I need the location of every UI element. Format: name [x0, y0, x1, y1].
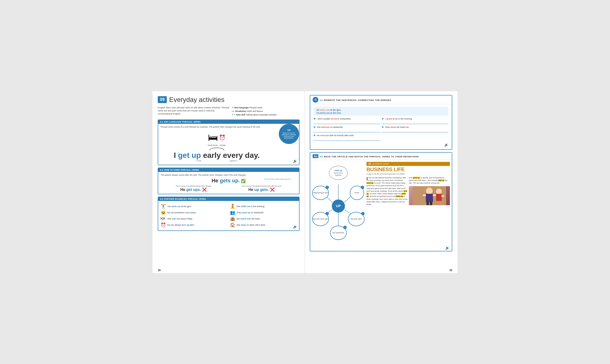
language-info: ✦New language Phrasal verbs AaVocabulary…: [232, 106, 277, 118]
chapter-title: Everyday activities: [169, 96, 224, 104]
phrasal-sentence: I get up early every day.: [161, 151, 273, 159]
highlight-stay-up: stay up: [438, 179, 444, 182]
node-1-arrive: Arrive 1: [350, 186, 364, 200]
article-image: [409, 186, 450, 205]
highlight-meet-up: meet up: [366, 182, 373, 184]
section-93-type: FURTHER EXAMPLES: [164, 198, 187, 200]
svg-point-7: [426, 188, 433, 194]
section-91-type: KEY LANGUAGE: [164, 121, 181, 123]
example-correct: He work outs at the gym. He works out at…: [313, 107, 448, 116]
tip-title: TIP: [287, 129, 290, 131]
new-language-label: New language: [234, 106, 249, 109]
sound-icon-93[interactable]: 🔊: [293, 225, 297, 229]
gym-icon: 🏋: [161, 204, 166, 209]
answer-line-5[interactable]: [313, 137, 380, 141]
left-page: 09 Everyday activities English often use…: [152, 91, 305, 273]
section-92-body: The particle always comes after the verb…: [158, 172, 299, 194]
svg-rect-14: [436, 194, 442, 201]
dining-icon: 🍽: [161, 216, 166, 221]
hotel-icon: 🏨: [230, 216, 235, 221]
answer-line-2[interactable]: [313, 129, 380, 132]
aa-badge: Aa: [313, 154, 318, 158]
phrasal-verb-highlight: get up: [178, 151, 201, 159]
section-93-body: 🏋 You work out at the gym. 🧘 She chills …: [158, 201, 299, 231]
article-columns: I own an international business consulta…: [366, 176, 450, 206]
section-91-body: Phrasal verbs consist of a verb followed…: [158, 124, 299, 165]
chapter-header: 09 Everyday activities: [158, 96, 299, 104]
section-93-topic: PHRASAL VERBS: [188, 198, 206, 200]
highlight-grow-up: grow up: [413, 177, 420, 179]
bed-icon: 🛏: [208, 132, 218, 143]
section-94-body: He work outs at the gym. He works out at…: [310, 104, 452, 149]
example-3: 🐱 My cat sometimes runs away.: [161, 210, 228, 215]
tip-bubble: TIP Most, but not all, particles in phra…: [279, 124, 299, 144]
magazine-section: BUSINESS TODAY: [372, 163, 389, 165]
tip-text: Most, but not all, particles in phrasal …: [280, 132, 298, 139]
magazine-header: 26 BUSINESS TODAY: [366, 162, 450, 166]
example-8: 🏠 She stays in when she's tired.: [230, 222, 297, 228]
exercise-item-1: ❶ I don't usually out eat in restaurants…: [313, 117, 380, 124]
section-95-header: Aa 9.5 READ THE ARTICLE AND MATCH THE PH…: [310, 153, 452, 160]
correct-note: The 'he' form of the verb has an 's.': [264, 178, 292, 180]
sound-icon-95[interactable]: 🔊: [445, 246, 449, 250]
section-91-desc: Phrasal verbs consist of a verb followed…: [161, 126, 297, 128]
correct-answer: He works out at the gym.: [316, 111, 446, 114]
svg-rect-8: [426, 194, 433, 202]
wrong-note-1: This is wrong. The particle should never…: [176, 185, 211, 187]
answer-line-1[interactable]: [313, 121, 380, 124]
node-center-up: UP: [332, 199, 345, 213]
verb-particle-labels: ↗ verb particle ↖: [161, 160, 273, 162]
sound-icon-94[interactable]: 🔊: [444, 143, 448, 147]
vocabulary-label: Vocabulary: [235, 110, 246, 112]
section-95-title: READ THE ARTICLE AND MATCH THE PHRASAL V…: [324, 155, 419, 158]
wrong-example-1: This is wrong. The particle should never…: [176, 185, 211, 192]
examples-grid: 🏋 You work out at the gym. 🧘 She chills …: [161, 203, 297, 229]
section-93-num: 9.3: [160, 198, 163, 200]
section-91-num: 9.1: [160, 121, 163, 123]
section-93: 9.3 FURTHER EXAMPLES PHRASAL VERBS 🏋 You…: [158, 197, 299, 231]
example-4: 👥 They meet up on weekends.: [230, 210, 297, 215]
exercise-item-5: ❺ He meet ups with his friends after wor…: [313, 134, 380, 141]
section-92-type: HOW TO FORM: [164, 169, 180, 171]
highlight-come-up: come up: [395, 195, 403, 197]
node-2-become-older: Become older 2: [348, 212, 365, 226]
page-number-left: 38: [158, 269, 161, 272]
meeting-icon: 👥: [230, 210, 235, 215]
wrong-note-2: This is wrong. The particle should come …: [242, 185, 282, 187]
intro-text: English often uses phrasal verbs to talk…: [158, 106, 229, 116]
svg-rect-11: [427, 202, 429, 205]
answer-line-4[interactable]: [382, 129, 448, 132]
article-text-wrap: 26 BUSINESS TODAY BUSINESS LIFE A day in…: [366, 162, 450, 243]
gear-icon: ⚙: [313, 97, 318, 103]
brace-svg: [203, 147, 231, 151]
section-92: 9.2 HOW TO FORM PHRASAL VERBS The partic…: [158, 168, 299, 194]
answer-line-3[interactable]: [382, 121, 448, 124]
phrasal-verb-label: PHRASAL VERB: [161, 144, 273, 146]
section-95-body: meet up Spend timetogether UP Arrive 1: [310, 160, 452, 245]
exercise-cols: ❶ I don't usually out eat in restaurants…: [313, 117, 448, 143]
verb-label: ↗ verb: [195, 160, 201, 162]
page-number-right: 39: [449, 269, 452, 272]
section-92-num: 9.2: [160, 169, 163, 171]
highlight-turn-up: turn up: [366, 190, 407, 195]
relax-icon: 🧘: [230, 204, 235, 209]
section-91-header: 9.1 KEY LANGUAGE PHRASAL VERBS: [158, 120, 299, 124]
right-page: ⚙ 9.4 REWRITE THE SENTENCES, CORRECTING …: [305, 91, 458, 273]
svg-rect-10: [433, 194, 436, 196]
chapter-number: 09: [158, 96, 167, 103]
new-skill-label: New skill: [236, 114, 245, 116]
section-91-topic: PHRASAL VERBS: [182, 121, 201, 123]
section-94: ⚙ 9.4 REWRITE THE SENTENCES, CORRECTING …: [310, 95, 452, 150]
node-meet-up: meet up Spend timetogether: [329, 166, 348, 180]
particle-label: particle ↖: [230, 160, 238, 162]
person-illustration: [409, 186, 450, 205]
new-skill-value: Talking about everyday activities: [246, 114, 277, 116]
correct-example: He gets up.: [212, 178, 240, 183]
sound-icon-91[interactable]: 🔊: [293, 159, 297, 163]
article-col-2: Kids grow up so quickly, and it's import…: [409, 176, 450, 206]
svg-rect-15: [441, 195, 444, 197]
phrasal-demo: 🛏 ⏰ PHRASAL VERB I get up early every da…: [161, 130, 273, 163]
example-2: 🧘 She chills out in the evening.: [230, 204, 297, 209]
section-93-header: 9.3 FURTHER EXAMPLES PHRASAL VERBS: [158, 197, 299, 201]
magazine-number: 26: [368, 163, 371, 165]
